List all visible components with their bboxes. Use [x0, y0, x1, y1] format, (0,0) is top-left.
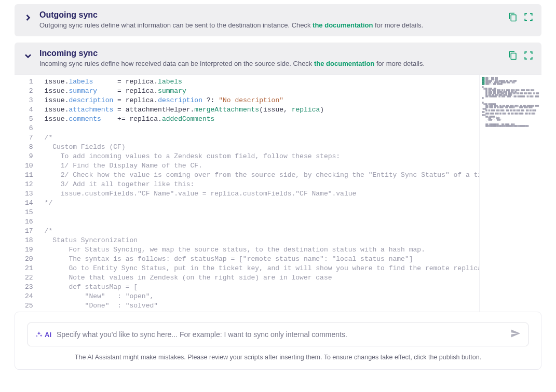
line-number: 9: [15, 152, 40, 161]
line-number: 13: [15, 189, 40, 199]
line-number: 6: [15, 124, 40, 133]
ai-input-placeholder[interactable]: Specify what you'd like to sync here... …: [57, 330, 505, 339]
code-line[interactable]: "New" : "open",: [40, 292, 479, 301]
line-number: 8: [15, 143, 40, 152]
line-number: 4: [15, 105, 40, 115]
code-content[interactable]: issue.labels = replica.labelsissue.summa…: [40, 75, 479, 312]
outgoing-desc: Outgoing sync rules define what informat…: [39, 21, 502, 30]
code-line[interactable]: issue.labels = replica.labels: [40, 77, 479, 87]
line-number: 20: [15, 255, 40, 264]
ai-disclaimer: The AI Assistant might make mistakes. Pl…: [28, 354, 528, 361]
incoming-desc: Incoming sync rules define how received …: [39, 59, 502, 68]
minimap[interactable]: ███.███ = ███.██████.███ = ███.██████.██…: [479, 75, 541, 312]
incoming-sync-panel: Incoming sync Incoming sync rules define…: [15, 43, 541, 75]
code-line[interactable]: def statusMap = [: [40, 283, 479, 292]
text: Incoming sync rules define how received …: [39, 60, 314, 67]
code-line[interactable]: issue.customFields."CF Name".value = rep…: [40, 189, 479, 199]
line-number: 10: [15, 161, 40, 171]
code-line[interactable]: Go to Entity Sync Status, put in the tic…: [40, 264, 479, 273]
copy-icon[interactable]: [508, 12, 518, 24]
line-number: 21: [15, 264, 40, 273]
line-number: 7: [15, 133, 40, 143]
line-number: 15: [15, 208, 40, 217]
line-number: 17: [15, 227, 40, 236]
line-number: 3: [15, 96, 40, 105]
ai-input-row[interactable]: AI Specify what you'd like to sync here.…: [28, 323, 528, 346]
copy-icon[interactable]: [508, 51, 518, 62]
code-line[interactable]: 1/ Find the Display Name of the CF.: [40, 161, 479, 171]
code-line[interactable]: "Done" : "solved": [40, 301, 479, 311]
ai-assistant-panel: AI Specify what you'd like to sync here.…: [15, 312, 541, 370]
line-number: 25: [15, 301, 40, 311]
line-number: 11: [15, 171, 40, 180]
text: for more details.: [374, 60, 425, 67]
line-number: 2: [15, 87, 40, 96]
fullscreen-icon[interactable]: [524, 12, 533, 24]
code-line[interactable]: Custom Fields (CF): [40, 143, 479, 152]
chevron-right-icon[interactable]: [23, 12, 33, 23]
ai-badge: AI: [35, 331, 51, 339]
incoming-doc-link[interactable]: the documentation: [314, 60, 374, 67]
code-line[interactable]: [40, 217, 479, 227]
outgoing-title: Outgoing sync: [39, 10, 502, 20]
chevron-down-icon[interactable]: [23, 51, 33, 61]
code-line[interactable]: issue.comments += replica.addedComments: [40, 115, 479, 124]
code-line[interactable]: /*: [40, 133, 479, 143]
outgoing-doc-link[interactable]: the documentation: [313, 21, 373, 29]
line-number: 5: [15, 115, 40, 124]
code-line[interactable]: To add incoming values to a Zendesk cust…: [40, 152, 479, 161]
code-line[interactable]: /*: [40, 227, 479, 236]
code-line[interactable]: 2/ Check how the value is coming over fr…: [40, 171, 479, 180]
code-line[interactable]: issue.description = replica.description …: [40, 96, 479, 105]
line-number: 1: [15, 77, 40, 87]
line-number: 24: [15, 292, 40, 301]
line-number: 22: [15, 273, 40, 283]
line-number: 19: [15, 245, 40, 255]
code-line[interactable]: The syntax is as follows: def statusMap …: [40, 255, 479, 264]
code-line[interactable]: [40, 208, 479, 217]
ai-label: AI: [45, 331, 51, 339]
text: for more details.: [373, 21, 423, 29]
sparkle-icon: [35, 331, 43, 338]
line-number: 12: [15, 180, 40, 189]
outgoing-sync-panel: Outgoing sync Outgoing sync rules define…: [15, 4, 541, 36]
code-line[interactable]: [40, 124, 479, 133]
line-number: 18: [15, 236, 40, 245]
code-editor[interactable]: 1234567891011121314151617181920212223242…: [15, 75, 541, 312]
code-line[interactable]: issue.summary = replica.summary: [40, 87, 479, 96]
fullscreen-icon[interactable]: [524, 51, 533, 62]
code-line[interactable]: Note that values in Zendesk (on the righ…: [40, 273, 479, 283]
code-line[interactable]: For Status Syncing, we map the source st…: [40, 245, 479, 255]
code-line[interactable]: Status Syncronization: [40, 236, 479, 245]
code-line[interactable]: */: [40, 199, 479, 208]
line-number: 16: [15, 217, 40, 227]
text: Outgoing sync rules define what informat…: [39, 21, 313, 29]
send-icon[interactable]: [510, 328, 521, 341]
code-line[interactable]: issue.attachments = attachmentHelper.mer…: [40, 105, 479, 115]
code-line[interactable]: 3/ Add it all together like this:: [40, 180, 479, 189]
incoming-title: Incoming sync: [39, 49, 502, 58]
line-number: 23: [15, 283, 40, 292]
line-number: 14: [15, 199, 40, 208]
line-gutter: 1234567891011121314151617181920212223242…: [15, 75, 40, 312]
